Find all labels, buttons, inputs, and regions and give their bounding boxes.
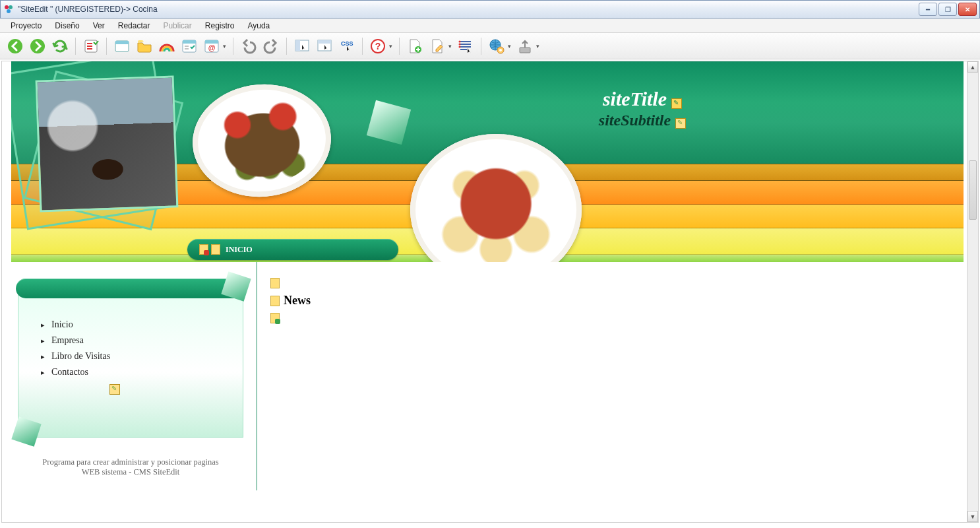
menu-diseno[interactable]: Diseño (49, 20, 84, 32)
refresh-icon[interactable] (50, 36, 70, 56)
block-add-icon[interactable] (270, 313, 280, 323)
toolbar: @ ▾ CSS ? ▾ ▾ ▾ ▾ (0, 33, 980, 59)
svg-point-3 (8, 39, 22, 53)
page-edit-icon[interactable] (427, 36, 447, 56)
toolbar-separator (233, 38, 233, 55)
scroll-thumb[interactable] (969, 160, 977, 220)
nav-item-libro[interactable]: Libro de Visitas (41, 348, 230, 364)
close-button[interactable]: ✕ (958, 3, 977, 16)
menu-bar: Proyecto Diseño Ver Redactar Publicar Re… (0, 18, 980, 33)
window-icon[interactable] (112, 36, 132, 56)
undo-icon[interactable] (239, 36, 259, 56)
content-area[interactable]: News (257, 262, 964, 490)
nav-list: Inicio Empresa Libro de Visitas Contacto… (41, 317, 230, 380)
sidebar-panel: Inicio Empresa Libro de Visitas Contacto… (18, 292, 243, 438)
design-canvas: siteTitle siteSubtitle INICIO (1, 61, 979, 523)
sidebar-tagline: Programa para crear administrar y posici… (18, 438, 243, 484)
svg-rect-14 (295, 40, 300, 51)
menu-publicar: Publicar (158, 20, 197, 32)
at-mail-icon[interactable]: @ (202, 36, 222, 56)
minimize-button[interactable]: ━ (919, 3, 937, 16)
menu-ver[interactable]: Ver (88, 20, 110, 32)
toolbar-separator (106, 38, 107, 55)
rainbow-icon[interactable] (157, 36, 177, 56)
help-icon[interactable]: ? (368, 36, 388, 56)
svg-text:CSS: CSS (341, 40, 353, 47)
upload-icon[interactable] (515, 36, 535, 56)
checklist-icon[interactable] (81, 36, 101, 56)
menu-ayuda[interactable]: Ayuda (242, 20, 275, 32)
svg-text:@: @ (208, 44, 216, 51)
form-check-icon[interactable] (179, 36, 199, 56)
block-icon[interactable] (270, 278, 280, 288)
svg-point-23 (459, 46, 461, 48)
css-cursor-icon[interactable]: CSS (337, 36, 357, 56)
edit-marker-icon[interactable] (675, 118, 686, 129)
page-icon (199, 244, 208, 255)
redo-icon[interactable] (261, 36, 281, 56)
list-cursor-icon[interactable] (456, 36, 475, 56)
menu-redactar[interactable]: Redactar (113, 20, 156, 32)
window-title: "SiteEdit " (UNREGISTERED)-> Cocina (18, 5, 158, 14)
dropdown-arrow-icon[interactable]: ▾ (508, 43, 511, 50)
svg-point-21 (459, 40, 461, 42)
menu-proyecto[interactable]: Proyecto (5, 20, 47, 32)
dropdown-arrow-icon[interactable]: ▾ (223, 43, 226, 50)
svg-rect-7 (115, 41, 129, 44)
site-header: siteTitle siteSubtitle INICIO (11, 61, 964, 262)
breadcrumb-label: INICIO (226, 245, 253, 255)
toolbar-separator (399, 38, 400, 55)
content-heading[interactable]: News (284, 294, 311, 308)
header-photo (18, 65, 189, 236)
svg-point-22 (459, 43, 461, 45)
dropdown-arrow-icon[interactable]: ▾ (389, 43, 392, 50)
scroll-up-icon[interactable]: ▲ (967, 61, 978, 73)
vertical-scrollbar[interactable]: ▲ ▼ (967, 61, 978, 522)
edit-marker-icon[interactable] (109, 384, 120, 395)
svg-rect-16 (318, 40, 331, 44)
svg-point-4 (30, 39, 45, 53)
app-icon (3, 4, 14, 15)
page-add-icon[interactable] (405, 36, 425, 56)
cursor-frame-right-icon[interactable] (315, 36, 334, 56)
svg-text:?: ? (375, 41, 381, 51)
dropdown-arrow-icon[interactable]: ▾ (448, 43, 452, 50)
toolbar-separator (362, 38, 363, 55)
page-preview[interactable]: siteTitle siteSubtitle INICIO (11, 61, 964, 518)
svg-rect-9 (183, 40, 196, 44)
block-icon[interactable] (270, 296, 280, 306)
edit-marker-icon[interactable] (671, 98, 682, 109)
menu-registro[interactable]: Registro (200, 20, 240, 32)
maximize-button[interactable]: ❐ (938, 3, 957, 16)
svg-rect-27 (520, 48, 530, 53)
nav-back-icon[interactable] (5, 36, 25, 56)
svg-point-1 (9, 5, 13, 9)
svg-point-26 (499, 49, 502, 51)
page-icon (211, 244, 220, 255)
globe-gear-icon[interactable] (487, 36, 506, 56)
window-titlebar: "SiteEdit " (UNREGISTERED)-> Cocina ━ ❐ … (0, 0, 980, 18)
toolbar-separator (481, 38, 481, 55)
toolbar-separator (286, 38, 287, 55)
nav-item-contactos[interactable]: Contactos (41, 364, 230, 380)
svg-point-0 (5, 5, 9, 9)
breadcrumb-pill[interactable]: INICIO (187, 239, 398, 260)
nav-item-inicio[interactable]: Inicio (41, 317, 230, 333)
folder-open-icon[interactable] (135, 36, 154, 56)
site-subtitle[interactable]: siteSubtitle (599, 112, 671, 129)
dropdown-arrow-icon[interactable]: ▾ (536, 43, 539, 50)
sidebar: Inicio Empresa Libro de Visitas Contacto… (11, 262, 257, 490)
toolbar-separator (75, 38, 76, 55)
nav-item-empresa[interactable]: Empresa (41, 333, 230, 348)
cursor-frame-left-icon[interactable] (292, 36, 312, 56)
scroll-down-icon[interactable]: ▼ (967, 511, 978, 522)
site-title[interactable]: siteTitle (603, 88, 667, 110)
svg-point-2 (7, 9, 11, 13)
nav-forward-icon[interactable] (28, 36, 47, 56)
